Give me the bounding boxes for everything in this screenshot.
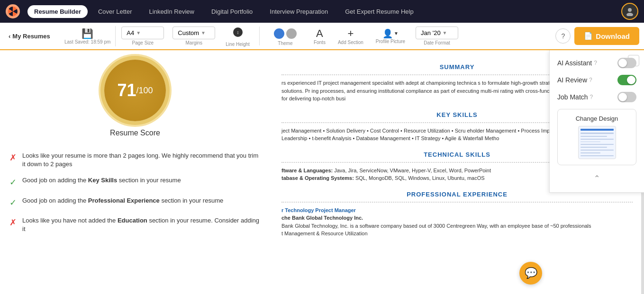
page-size-select[interactable]: A4 ▼	[121, 27, 164, 39]
toolbar-right: ? 📄 Download	[555, 27, 639, 45]
feedback-text-4: Looks like you have not added the Educat…	[22, 216, 261, 233]
theme-button[interactable]: Theme	[264, 25, 306, 48]
profile-picture-label: Profile Picture	[376, 39, 405, 44]
date-format-select[interactable]: Jan '20 ▼	[416, 27, 458, 39]
design-line-2	[581, 133, 614, 134]
line-height-button[interactable]: ↕ Line Height	[221, 24, 254, 49]
nav-tab-digital-portfolio[interactable]: Digital Portfolio	[205, 5, 259, 18]
nav-tab-resume-builder[interactable]: Resume Builder	[27, 5, 88, 18]
error-icon-1: ✗	[9, 152, 17, 164]
ai-assistant-label: AI Assistant	[557, 59, 592, 67]
add-icon: +	[347, 27, 354, 40]
theme-toggle	[269, 27, 301, 41]
date-format-label: Date Format	[424, 40, 450, 45]
collapse-panel-button[interactable]: ⌃	[557, 172, 636, 185]
avatar[interactable]	[621, 3, 638, 20]
nav-tab-cover-letter[interactable]: Cover Letter	[91, 5, 139, 18]
add-section-button[interactable]: + Add Section	[333, 26, 368, 47]
ai-review-knob	[627, 76, 635, 84]
add-section-label: Add Section	[338, 40, 363, 45]
margins-value: Custom	[178, 29, 199, 36]
tech-skills-line1-label: ftware & Languages:	[281, 168, 333, 173]
design-line-8	[581, 150, 614, 151]
chat-bubble-button[interactable]: 💬	[519, 262, 542, 285]
job-match-toggle[interactable]	[617, 92, 636, 102]
tech-skills-line2-label: tabase & Operating Systems:	[281, 175, 354, 181]
success-icon-2: ✓	[9, 177, 17, 188]
score-circle: 71 /100	[104, 60, 166, 121]
divider-1	[259, 27, 260, 45]
ai-assistant-toggle[interactable]	[617, 58, 636, 68]
font-button[interactable]: A Fonts	[309, 26, 330, 47]
download-button[interactable]: 📄 Download	[574, 27, 639, 45]
chat-icon: 💬	[525, 267, 537, 279]
save-timestamp: Last Saved: 18:59 pm	[64, 39, 110, 45]
svg-text:↕: ↕	[236, 30, 239, 35]
margins-label: Margins	[186, 40, 203, 45]
page-size-label: Page Size	[132, 40, 154, 45]
design-line-1	[581, 129, 614, 131]
job-match-row: Job Match ?	[557, 92, 636, 102]
job-match-label-group: Job Match ?	[557, 93, 593, 101]
theme-color-secondary	[286, 28, 297, 39]
design-line-9	[581, 152, 600, 153]
chevron-down-icon-2: ▼	[201, 30, 206, 36]
font-icon: A	[316, 27, 323, 40]
change-design-button[interactable]: Change Design	[557, 109, 636, 165]
score-label: Resume Score	[110, 129, 160, 137]
chevron-down-icon: ▼	[136, 30, 141, 36]
feedback-text-2: Good job on adding the Key Skills sectio…	[22, 176, 181, 185]
save-icon: 💾	[82, 28, 93, 39]
page-size-value: A4	[127, 29, 134, 36]
feedback-text-1: Looks like your resume is more than 2 pa…	[22, 151, 261, 169]
help-button[interactable]: ?	[555, 28, 571, 44]
ai-assistant-help-icon[interactable]: ?	[594, 60, 597, 66]
design-line-5	[581, 142, 600, 143]
back-button[interactable]: ‹ My Resumes	[5, 31, 57, 42]
tech-skills-line1-value: Java, Jira, ServiceNow, VMware, Hyper-V,…	[334, 168, 491, 173]
job-match-label: Job Match	[557, 93, 588, 101]
job-title: r Technology Project Manager	[281, 207, 356, 213]
ai-review-toggle[interactable]	[617, 75, 636, 85]
nav-tab-linkedin-review[interactable]: LinkedIn Review	[143, 5, 201, 18]
sidebar: 71 /100 Resume Score ✗ Looks like your r…	[0, 50, 270, 294]
design-line-10	[581, 155, 614, 156]
download-icon: 📄	[584, 32, 593, 40]
company-name: che Bank Global Technology Inc.	[281, 215, 363, 221]
svg-point-1	[626, 13, 633, 16]
ai-review-help-icon[interactable]: ?	[589, 77, 592, 83]
job-match-help-icon[interactable]: ?	[590, 94, 593, 100]
logo	[6, 4, 20, 18]
list-item: ✗ Looks like your resume is more than 2 …	[9, 151, 261, 169]
save-section: 💾 Last Saved: 18:59 pm	[60, 26, 116, 46]
score-value: 71	[117, 80, 136, 100]
ai-assistant-label-group: AI Assistant ?	[557, 59, 597, 67]
profile-picture-button[interactable]: 👤▼ Profile Picture	[371, 27, 410, 46]
margins-select[interactable]: Custom ▼	[172, 27, 215, 39]
score-total: /100	[136, 86, 153, 96]
list-item: ✓ Good job on adding the Key Skills sect…	[9, 176, 261, 188]
feedback-list: ✗ Looks like your resume is more than 2 …	[0, 147, 270, 294]
ai-assistant-row: AI Assistant ?	[557, 58, 636, 68]
nav-tab-interview-preparation[interactable]: Interview Preparation	[263, 5, 335, 18]
theme-label: Theme	[278, 41, 292, 46]
theme-color-primary	[274, 28, 284, 39]
svg-point-0	[628, 8, 632, 12]
score-panel: 71 /100 Resume Score	[0, 50, 270, 147]
ai-assistant-knob	[618, 59, 627, 67]
design-line-7	[581, 147, 607, 148]
profile-picture-icon: 👤▼	[382, 28, 399, 39]
ai-review-label-group: AI Review ?	[557, 76, 592, 84]
font-label: Fonts	[314, 40, 326, 45]
tech-skills-line2-value: SQL, MongoDB, SQL, Windows, Linux, Ubunt…	[355, 175, 485, 181]
right-panel: + AI Assistant ? AI Review ? Job Mat	[549, 50, 644, 193]
nav-tab-expert-help[interactable]: Get Expert Resume Help	[338, 5, 420, 18]
ai-review-label: AI Review	[557, 76, 587, 84]
download-label: Download	[596, 32, 630, 40]
feedback-text-3: Good job on adding the Professional Expe…	[22, 196, 223, 205]
design-line-3	[581, 136, 607, 137]
design-thumbnail	[578, 126, 616, 159]
experience-bullet: t Management & Resource Utilization	[281, 231, 368, 236]
toolbar: ‹ My Resumes 💾 Last Saved: 18:59 pm A4 ▼…	[0, 23, 644, 50]
list-item: ✗ Looks like you have not added the Educ…	[9, 216, 261, 233]
